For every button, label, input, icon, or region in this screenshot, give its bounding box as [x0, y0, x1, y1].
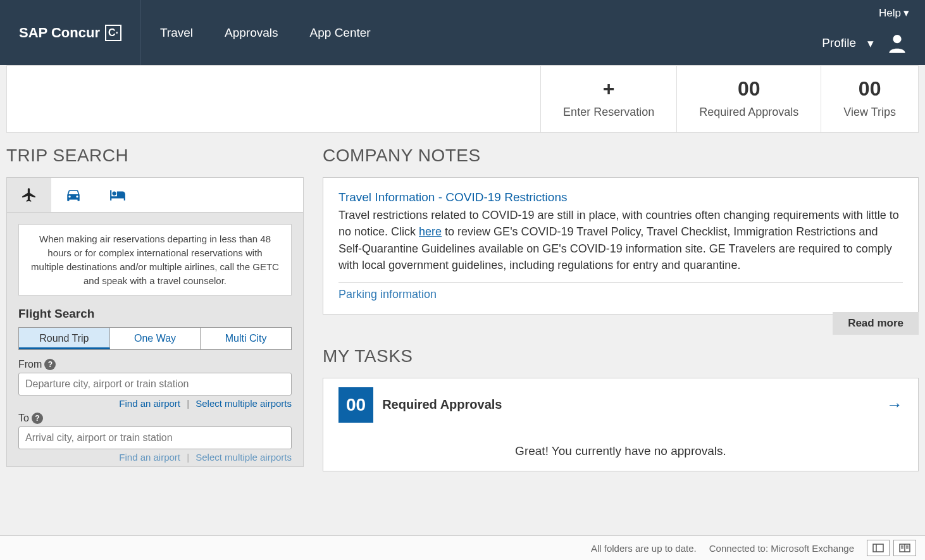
header-right: Help ▾ Profile ▾ [822, 0, 909, 55]
nav-app-center[interactable]: App Center [310, 26, 371, 40]
note-peek: Parking information [338, 282, 903, 301]
profile-label: Profile [822, 36, 856, 50]
to-label: To ? [18, 413, 292, 424]
main-content: TRIP SEARCH [0, 133, 925, 483]
task-count-badge: 00 [338, 387, 373, 423]
left-column: TRIP SEARCH [6, 146, 304, 471]
task-title: Required Approvals [382, 397, 502, 412]
trip-search-panel: When making air reservations departing i… [6, 177, 304, 467]
car-icon [64, 187, 83, 203]
approvals-count: 00 [699, 78, 798, 99]
note-body: Travel restrictions related to COVID-19 … [338, 207, 903, 273]
find-airport-link[interactable]: Find an airport [119, 452, 180, 463]
tab-multi-city[interactable]: Multi City [201, 328, 291, 349]
reservation-info-box: When making air reservations departing i… [18, 224, 292, 296]
profile-menu[interactable]: Profile ▾ [822, 31, 909, 55]
tab-round-trip[interactable]: Round Trip [19, 328, 110, 349]
read-more-button[interactable]: Read more [833, 312, 919, 335]
find-airport-link[interactable]: Find an airport [119, 398, 180, 409]
from-field-group: From ? Find an airport | Select multiple… [7, 359, 303, 413]
arrow-right-icon: → [886, 395, 903, 414]
to-input[interactable] [18, 426, 292, 449]
to-field-group: To ? Find an airport | Select multiple a… [7, 413, 303, 466]
enter-reservation-button[interactable]: + Enter Reservation [540, 66, 676, 132]
plus-icon: + [563, 78, 654, 99]
chevron-down-icon: ▾ [903, 6, 909, 20]
svg-point-0 [893, 35, 901, 43]
trips-label: View Trips [843, 105, 896, 120]
airplane-icon [20, 187, 39, 203]
brand-logo-box: C· [105, 25, 121, 41]
view-trips-button[interactable]: 00 View Trips [821, 66, 918, 132]
company-notes-wrap: Travel Information - COVID-19 Restrictio… [323, 177, 919, 314]
enter-reservation-label: Enter Reservation [563, 105, 654, 120]
from-field-links: Find an airport | Select multiple airpor… [18, 398, 292, 409]
chevron-down-icon: ▾ [867, 36, 874, 51]
my-tasks-title: MY TASKS [323, 346, 919, 366]
company-notes-title: COMPANY NOTES [323, 146, 919, 166]
from-input[interactable] [18, 373, 292, 395]
avatar-icon [885, 31, 909, 55]
help-icon[interactable]: ? [44, 359, 56, 370]
help-label: Help [879, 7, 901, 20]
trip-type-tabs: Round Trip One Way Multi City [18, 327, 292, 350]
task-header[interactable]: 00 Required Approvals → [323, 378, 918, 432]
bed-icon [108, 187, 127, 203]
hotel-tab[interactable] [96, 178, 140, 212]
car-tab[interactable] [51, 178, 96, 212]
my-tasks-panel: 00 Required Approvals → Great! You curre… [323, 378, 919, 471]
nav-travel[interactable]: Travel [160, 26, 193, 40]
approvals-label: Required Approvals [699, 105, 798, 120]
brand-logo[interactable]: SAP Concur C· [0, 0, 141, 65]
trip-search-title: TRIP SEARCH [6, 146, 304, 166]
help-icon[interactable]: ? [32, 413, 43, 424]
to-field-links: Find an airport | Select multiple airpor… [18, 452, 292, 463]
quick-actions-bar: + Enter Reservation 00 Required Approval… [6, 65, 919, 133]
covid-link[interactable]: here [419, 225, 442, 238]
flight-search-heading: Flight Search [7, 307, 303, 327]
top-header: SAP Concur C· Travel Approvals App Cente… [0, 0, 925, 65]
brand-text: SAP Concur [19, 25, 100, 41]
travel-mode-tabs [7, 178, 303, 213]
help-link[interactable]: Help ▾ [879, 0, 909, 31]
note-title: Travel Information - COVID-19 Restrictio… [338, 190, 903, 204]
nav-approvals[interactable]: Approvals [225, 26, 278, 40]
nav-links: Travel Approvals App Center [141, 26, 371, 40]
company-notes-panel: Travel Information - COVID-19 Restrictio… [323, 177, 919, 314]
tab-one-way[interactable]: One Way [110, 328, 201, 349]
from-label: From ? [18, 359, 292, 370]
flight-tab[interactable] [7, 178, 51, 212]
required-approvals-button[interactable]: 00 Required Approvals [676, 66, 821, 132]
select-multiple-link[interactable]: Select multiple airports [196, 452, 292, 463]
task-body: Great! You currently have no approvals. [323, 432, 918, 471]
select-multiple-link[interactable]: Select multiple airports [196, 398, 292, 409]
trips-count: 00 [843, 78, 896, 99]
right-column: COMPANY NOTES Travel Information - COVID… [323, 146, 919, 471]
